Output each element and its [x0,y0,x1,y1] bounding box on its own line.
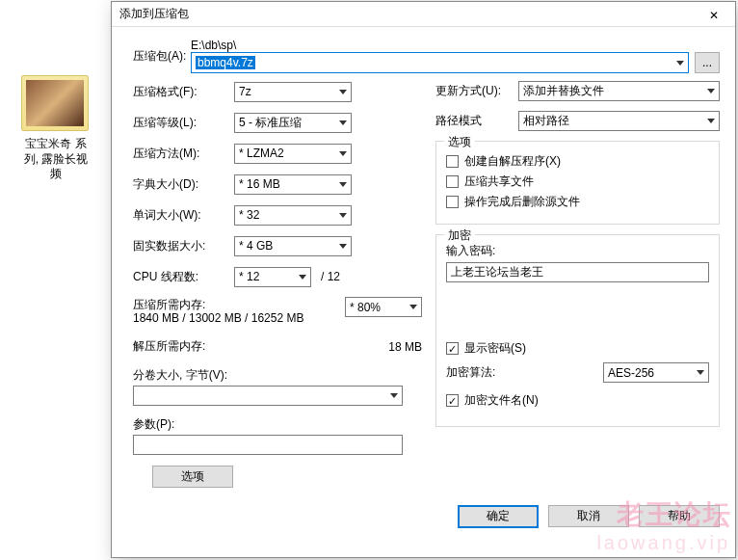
chevron-down-icon [339,213,347,218]
dict-select[interactable]: * 16 MB [234,174,352,195]
help-button[interactable]: 帮助 [639,505,720,527]
chevron-down-icon [339,90,347,94]
ok-button[interactable]: 确定 [458,505,539,528]
cancel-button[interactable]: 取消 [548,505,629,527]
encrypt-fieldset: 加密 输入密码: 显示密码(S) 加密算法: AES-256 加密文件名(N) [435,234,720,427]
split-input[interactable] [133,386,403,406]
word-label: 单词大小(W): [133,207,234,224]
mem-compress-value: 1840 MB / 13002 MB / 16252 MB [133,311,345,327]
checkbox-checked-icon [446,394,459,407]
params-input[interactable] [133,435,403,455]
dialog-title: 添加到压缩包 [119,6,693,22]
chevron-down-icon [676,61,684,66]
close-icon: ✕ [709,9,719,22]
solid-select[interactable]: * 4 GB [234,236,352,256]
delete-checkbox-row[interactable]: 操作完成后删除源文件 [446,194,709,210]
archive-filename-input[interactable]: bbmq4v.7z [191,52,689,73]
chevron-down-icon [390,393,398,398]
mem-decompress-value: 18 MB [388,340,422,354]
pathmode-label: 路径模式 [435,113,518,129]
cpu-label: CPU 线程数: [133,269,234,285]
close-button[interactable]: ✕ [693,2,735,27]
sfx-checkbox-row[interactable]: 创建自解压程序(X) [446,153,709,170]
checkbox-unchecked-icon [446,175,459,188]
showpw-label: 显示密码(S) [464,340,526,357]
folder-thumbnail [21,75,89,131]
params-label: 参数(P): [133,416,422,433]
chevron-down-icon [707,89,715,93]
update-label: 更新方式(U): [435,83,518,99]
titlebar: 添加到压缩包 ✕ [112,2,735,27]
split-label: 分卷大小, 字节(V): [133,367,422,384]
chevron-down-icon [339,120,347,125]
chevron-down-icon [697,370,704,375]
chevron-down-icon [707,119,715,123]
options-fieldset: 选项 创建自解压程序(X) 压缩共享文件 操作完成后删除源文件 [435,141,720,225]
method-label: 压缩方法(M): [133,146,234,162]
password-input[interactable] [446,262,709,282]
pathmode-select[interactable]: 相对路径 [518,111,720,131]
checkbox-unchecked-icon [446,196,459,208]
mem-decompress-label: 解压所需内存: [133,338,388,355]
mem-percent-select[interactable]: * 80% [345,297,422,317]
enc-names-checkbox-row[interactable]: 加密文件名(N) [446,392,709,409]
options-button[interactable]: 选项 [152,466,233,488]
level-label: 压缩等级(L): [133,115,234,131]
checkbox-checked-icon [446,342,459,355]
format-select[interactable]: 7z [234,82,352,102]
add-to-archive-dialog: 添加到压缩包 ✕ 压缩包(A): E:\db\sp\ bbmq4v.7z ... [111,1,736,558]
cpu-select[interactable]: * 12 [234,267,311,287]
chevron-down-icon [299,275,306,280]
level-select[interactable]: 5 - 标准压缩 [234,113,352,133]
method-select[interactable]: * LZMA2 [234,144,352,164]
word-select[interactable]: * 32 [234,205,352,226]
chevron-down-icon [409,305,417,309]
showpw-checkbox-row[interactable]: 显示密码(S) [446,340,709,357]
share-checkbox-row[interactable]: 压缩共享文件 [446,173,709,190]
dict-label: 字典大小(D): [133,176,234,193]
browse-button[interactable]: ... [695,52,720,73]
enc-method-label: 加密算法: [446,364,529,381]
options-legend: 选项 [444,134,475,150]
chevron-down-icon [339,244,347,249]
desktop-folder[interactable]: 宝宝米奇 系列, 露脸长视频 [21,75,91,172]
password-label: 输入密码: [446,243,709,259]
encrypt-legend: 加密 [444,227,475,244]
delete-label: 操作完成后删除源文件 [464,194,580,210]
share-label: 压缩共享文件 [464,173,534,190]
folder-label: 宝宝米奇 系列, 露脸长视频 [21,137,91,182]
enc-names-label: 加密文件名(N) [464,392,539,409]
archive-label: 压缩包(A): [133,48,191,65]
chevron-down-icon [339,151,347,156]
checkbox-unchecked-icon [446,155,459,168]
chevron-down-icon [339,182,347,187]
enc-method-select[interactable]: AES-256 [603,362,709,383]
cpu-total: / 12 [321,270,340,283]
update-select[interactable]: 添加并替换文件 [518,81,720,101]
archive-path-text: E:\db\sp\ [191,39,720,52]
solid-label: 固实数据大小: [133,238,234,254]
format-label: 压缩格式(F): [133,84,234,100]
archive-filename-selection: bbmq4v.7z [196,56,255,69]
sfx-label: 创建自解压程序(X) [464,153,561,170]
